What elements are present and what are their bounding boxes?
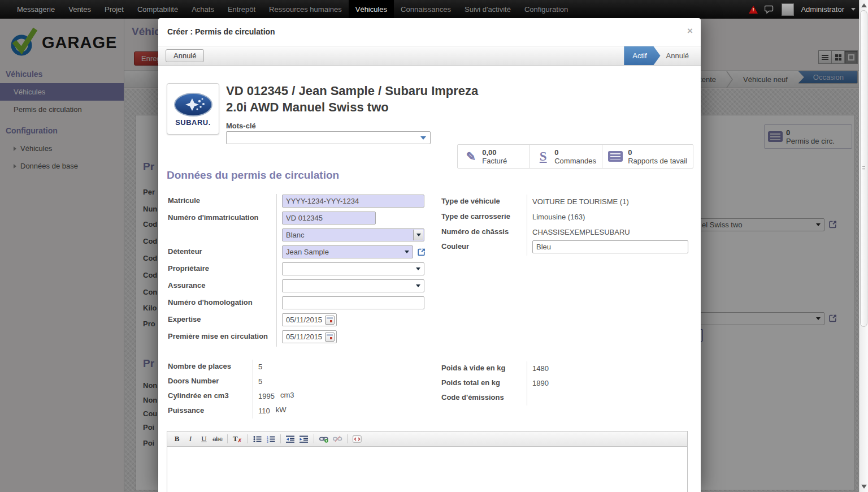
poids-total-label: Poids total en kg <box>441 376 527 387</box>
modal-toolbar: Annulé Actif Annulé <box>158 46 701 66</box>
cancel-state-button[interactable]: Annulé <box>166 49 204 62</box>
places-label: Nombre de places <box>168 360 253 370</box>
italic-button[interactable]: I <box>184 433 197 445</box>
homologation-label: Numéro d'homologation <box>168 296 276 307</box>
remove-link-button[interactable] <box>331 433 344 445</box>
couleur-label: Couleur <box>441 240 527 251</box>
orders-stat-button[interactable]: 0 Commandes <box>530 145 602 168</box>
chevron-down-icon <box>416 234 421 236</box>
invoiced-label: Facturé <box>482 157 507 165</box>
form-right-column: Type de véhicule VOITURE DE TOURISME (1)… <box>441 195 690 256</box>
poids-vide-label: Poids à vide en kg <box>441 361 527 372</box>
toolbar-separator <box>314 434 314 443</box>
nav-ventes[interactable]: Ventes <box>62 0 98 19</box>
invoiced-stat-button[interactable]: 0,00 Facturé <box>458 145 530 168</box>
type-carrosserie-label: Type de carrosserie <box>441 210 527 221</box>
homologation-input[interactable] <box>282 296 424 309</box>
couleur-input[interactable] <box>532 240 688 253</box>
select-button[interactable] <box>413 230 423 240</box>
nav-entrepot[interactable]: Entrepôt <box>221 0 262 19</box>
poids-total-value: 1890 <box>532 377 549 387</box>
strikethrough-button[interactable]: abc <box>211 433 224 445</box>
numbered-list-button[interactable]: 123 <box>264 433 277 445</box>
indent-button[interactable] <box>298 433 310 445</box>
plate-color-select[interactable]: Blanc <box>282 228 424 241</box>
scroll-down-icon[interactable] <box>861 485 867 489</box>
toolbar-separator <box>280 434 281 443</box>
nav-connaissances[interactable]: Connaissances <box>394 0 458 19</box>
assurance-select[interactable] <box>282 279 424 292</box>
outdent-button[interactable] <box>284 433 297 445</box>
statusbar: Actif Annulé <box>624 46 693 65</box>
expertise-date-field[interactable]: 05/11/2015 <box>282 313 337 326</box>
nav-ressources-humaines[interactable]: Ressources humaines <box>262 0 349 19</box>
chevron-down-icon <box>416 267 420 270</box>
vertical-scrollbar[interactable] <box>859 0 868 492</box>
nav-achats[interactable]: Achats <box>185 0 221 19</box>
user-menu-caret-icon[interactable] <box>851 8 856 11</box>
nav-messagerie[interactable]: Messagerie <box>10 0 62 19</box>
chat-icon[interactable] <box>765 5 775 14</box>
stat-buttons: 0,00 Facturé 0 Commandes 0 Rapports de t… <box>457 144 693 169</box>
calendar-icon[interactable] <box>325 316 335 325</box>
work-reports-value: 0 <box>628 148 687 157</box>
bullet-list-button[interactable] <box>251 433 263 445</box>
premiere-mise-date-field[interactable]: 05/11/2015 <box>282 330 337 343</box>
remove-format-button[interactable]: T <box>231 433 244 445</box>
subaru-logo-text: SUBARU. <box>175 118 211 127</box>
immatriculation-input[interactable] <box>282 212 376 225</box>
keywords-select[interactable] <box>226 131 431 144</box>
calendar-icon[interactable] <box>325 333 335 342</box>
chevron-down-icon <box>420 136 426 140</box>
work-reports-stat-button[interactable]: 0 Rapports de tavail <box>602 145 693 168</box>
close-icon[interactable]: × <box>687 26 693 36</box>
toolbar-separator <box>227 434 228 443</box>
chevron-down-icon <box>416 284 420 287</box>
record-title: VD 012345 / Jean Sample / Subaru Impreza… <box>226 83 489 115</box>
modal-body: SUBARU. VD 012345 / Jean Sample / Subaru… <box>158 66 701 492</box>
editor-content[interactable] <box>167 447 687 492</box>
insert-link-button[interactable] <box>318 433 330 445</box>
vehicle-brand-image: SUBARU. <box>167 83 219 135</box>
puissance-label: Puissance <box>168 404 253 415</box>
sale-order-icon <box>536 149 550 164</box>
modal-header: Créer : Permis de circulation × <box>158 18 701 46</box>
type-vehicule-label: Type de véhicule <box>441 195 527 205</box>
form-lower-left: Nombre de places 5 Doors Number 5 Cylind… <box>168 360 405 418</box>
create-permit-modal: Créer : Permis de circulation × Annulé A… <box>158 18 701 492</box>
nav-comptabilite[interactable]: Comptabilité <box>131 0 185 19</box>
cylindree-label: Cylindrée en cm3 <box>168 389 253 400</box>
user-avatar[interactable] <box>782 3 794 16</box>
emissions-label: Code d'émissions <box>441 391 527 402</box>
detenteur-label: Détenteur <box>168 245 276 256</box>
doors-value: 5 <box>258 375 262 386</box>
statusbar-state-actif[interactable]: Actif <box>624 46 660 65</box>
puissance-unit: kW <box>276 404 287 414</box>
poids-vide-value: 1480 <box>532 362 549 373</box>
detenteur-select[interactable]: Jean Sample <box>282 245 413 258</box>
proprietaire-label: Propriétaire <box>168 262 276 273</box>
nav-suivi-activite[interactable]: Suivi d'activité <box>458 0 518 19</box>
warning-icon[interactable] <box>749 6 758 14</box>
nav-configuration[interactable]: Configuration <box>518 0 575 19</box>
cylindree-value: 1995 <box>258 390 275 400</box>
proprietaire-select[interactable] <box>282 262 424 275</box>
svg-text:3: 3 <box>267 440 268 443</box>
external-link-icon[interactable] <box>416 247 427 259</box>
underline-button[interactable]: U <box>198 433 210 445</box>
scroll-up-icon[interactable] <box>861 3 867 7</box>
type-vehicule-value: VOITURE DE TOURISME (1) <box>532 195 629 206</box>
source-button[interactable] <box>351 433 363 445</box>
scrollbar-thumb[interactable] <box>860 10 867 327</box>
matricule-input[interactable] <box>282 195 424 208</box>
bold-button[interactable]: B <box>171 433 183 445</box>
editor-toolbar: B I U abc T 123 <box>167 431 687 447</box>
premiere-mise-label: Première mise en circulation <box>168 330 276 340</box>
nav-vehicules[interactable]: Véhicules <box>349 0 394 19</box>
orders-value: 0 <box>554 148 596 157</box>
expertise-date-value: 05/11/2015 <box>286 316 322 324</box>
user-name[interactable]: Administrator <box>801 5 844 14</box>
statusbar-state-annule[interactable]: Annulé <box>661 46 693 65</box>
nav-projet[interactable]: Projet <box>98 0 131 19</box>
assurance-label: Assurance <box>168 279 276 290</box>
